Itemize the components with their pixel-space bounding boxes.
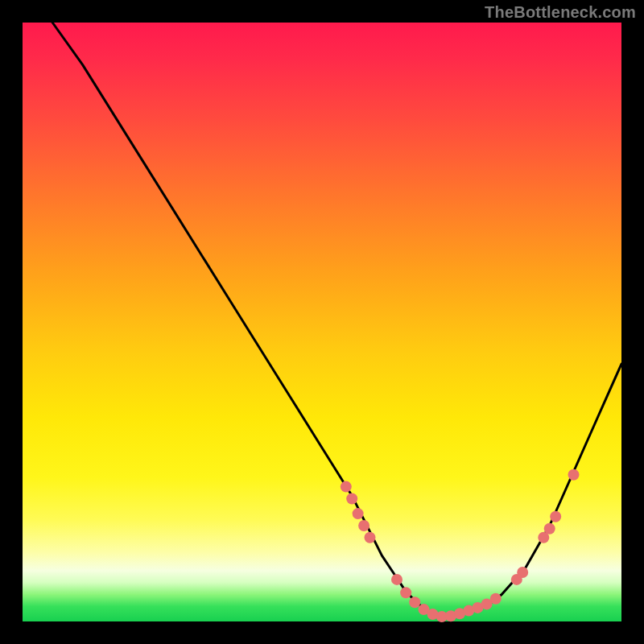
watermark-label: TheBottleneck.com [485,3,636,22]
data-marker [353,508,364,519]
curve-layer [23,23,621,621]
data-marker [341,481,352,493]
data-marker [568,469,580,481]
data-marker [550,511,561,522]
data-marker [490,593,502,605]
data-marker [365,532,376,543]
data-marker [391,574,402,585]
data-marker [409,597,420,608]
plot-area [23,23,621,621]
bottleneck-curve [52,23,621,617]
data-marker [400,587,411,598]
data-marker [346,493,357,505]
chart-stage: TheBottleneck.com [0,0,644,644]
data-marker [517,567,528,578]
data-marker [358,520,369,531]
data-marker [544,523,555,535]
